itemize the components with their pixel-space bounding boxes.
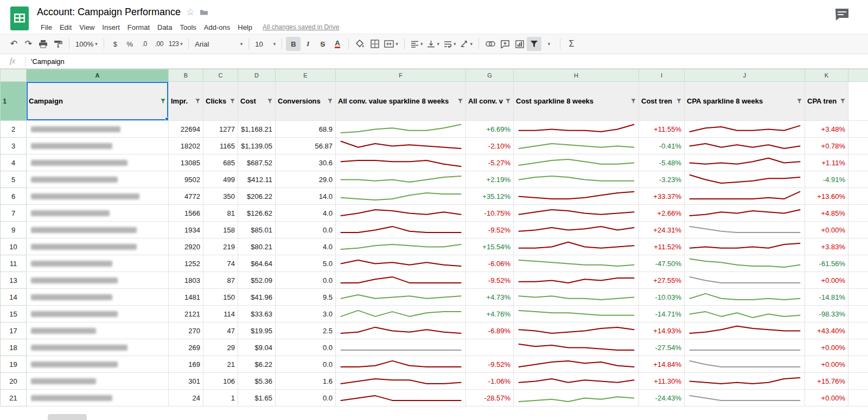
cell-empty[interactable] [848, 339, 868, 356]
cell-cpa-trend[interactable]: +1.11% [805, 154, 848, 171]
more-formats-button[interactable]: 123 ▾ [167, 37, 185, 51]
cell-campaign[interactable] [27, 322, 169, 339]
horizontal-align-button[interactable]: ▾ [409, 37, 425, 51]
cell-conv-value-trend[interactable]: +4.76% [466, 306, 514, 322]
cell-cost[interactable]: $64.64 [238, 255, 276, 272]
row-header-4[interactable]: 4 [1, 154, 27, 171]
cell-cpa-sparkline[interactable] [685, 205, 805, 222]
insert-link-button[interactable] [483, 37, 497, 51]
cell-impressions[interactable]: 270 [169, 322, 203, 339]
cell-campaign[interactable] [27, 138, 169, 154]
cell-clicks[interactable]: 106 [203, 373, 238, 390]
row-header-19[interactable]: 19 [1, 356, 27, 373]
font-family-select[interactable]: Arial ▾ [193, 37, 245, 51]
cell-clicks[interactable]: 158 [203, 222, 238, 238]
cell-cpa-trend[interactable]: +3.48% [805, 121, 848, 138]
cell-cpa-trend[interactable]: +0.00% [805, 222, 848, 238]
column-header-E[interactable]: E [276, 69, 336, 82]
cell-conv-value-sparkline[interactable] [336, 188, 466, 205]
cell-impressions[interactable]: 1566 [169, 205, 203, 222]
cell-conversions[interactable]: 0.0 [276, 339, 336, 356]
menu-tools[interactable]: Tools [176, 22, 200, 33]
header-cell[interactable]: Conversions [276, 82, 336, 121]
cell-campaign[interactable] [27, 373, 169, 390]
cell-clicks[interactable]: 1165 [203, 138, 238, 154]
cell-conversions[interactable]: 0.0 [276, 356, 336, 373]
cell-impressions[interactable]: 22694 [169, 121, 203, 138]
cell-conv-value-sparkline[interactable] [336, 154, 466, 171]
cell-cost[interactable]: $126.62 [238, 205, 276, 222]
cell-campaign[interactable] [27, 154, 169, 171]
cell-impressions[interactable]: 1252 [169, 255, 203, 272]
cell-cost-trend[interactable]: +11.30% [639, 373, 685, 390]
header-cell[interactable]: All conv. value sparkline 8 weeks [336, 82, 466, 121]
row-header-13[interactable]: 13 [1, 272, 27, 289]
undo-button[interactable]: ↶ [7, 37, 21, 51]
cell-conv-value-trend[interactable]: +2.19% [466, 171, 514, 188]
cell-campaign[interactable] [27, 205, 169, 222]
menu-addons[interactable]: Add-ons [200, 22, 234, 33]
column-filter-icon[interactable] [229, 98, 235, 104]
cell-cpa-trend[interactable]: +13.60% [805, 188, 848, 205]
cell-clicks[interactable]: 499 [203, 171, 238, 188]
cell-conversions[interactable]: 0.0 [276, 222, 336, 238]
cell-cost[interactable]: $1,168.21 [238, 121, 276, 138]
cell-empty[interactable] [848, 121, 868, 138]
cell-impressions[interactable]: 1934 [169, 222, 203, 238]
cell-conversions[interactable]: 68.9 [276, 121, 336, 138]
cell-campaign[interactable] [27, 306, 169, 322]
star-icon[interactable]: ☆ [186, 8, 194, 17]
cell-cpa-sparkline[interactable] [685, 121, 805, 138]
cell-conversions[interactable]: 5.0 [276, 255, 336, 272]
cell-cpa-trend[interactable]: +0.78% [805, 138, 848, 154]
cell-clicks[interactable]: 74 [203, 255, 238, 272]
cell-conv-value-sparkline[interactable] [336, 121, 466, 138]
fill-handle[interactable] [165, 117, 169, 121]
row-header-1[interactable]: 1 [1, 82, 27, 121]
cell-conv-value-sparkline[interactable] [336, 322, 466, 339]
cell-cpa-sparkline[interactable] [685, 356, 805, 373]
cell-conversions[interactable]: 2.5 [276, 322, 336, 339]
sheets-logo-icon[interactable] [10, 6, 29, 31]
cell-conversions[interactable]: 30.6 [276, 154, 336, 171]
header-cell[interactable]: Cost tren [639, 82, 685, 121]
cell-impressions[interactable]: 13085 [169, 154, 203, 171]
row-header-14[interactable]: 14 [1, 289, 27, 306]
header-cell[interactable]: All conv. v [466, 82, 514, 121]
cell-cpa-trend[interactable]: +15.76% [805, 373, 848, 390]
insert-comment-button[interactable] [497, 37, 512, 51]
cell-campaign[interactable] [27, 222, 169, 238]
cell-cpa-sparkline[interactable] [685, 255, 805, 272]
column-header-D[interactable]: D [238, 69, 276, 82]
header-cell[interactable]: Cost sparkline 8 weeks [514, 82, 639, 121]
row-header-9[interactable]: 9 [1, 222, 27, 238]
print-button[interactable] [36, 37, 50, 51]
cell-empty[interactable] [848, 356, 868, 373]
cell-cost-sparkline[interactable] [514, 238, 639, 255]
cell-cost[interactable]: $687.52 [238, 154, 276, 171]
cell-cost[interactable]: $41.96 [238, 289, 276, 306]
cell-clicks[interactable]: 21 [203, 356, 238, 373]
cell-conv-value-trend[interactable]: -5.27% [466, 154, 514, 171]
fill-color-button[interactable] [353, 37, 367, 51]
header-cell[interactable]: Campaign [27, 82, 169, 121]
select-all-corner[interactable] [1, 69, 27, 82]
cell-cost[interactable]: $1.65 [238, 390, 276, 406]
cell-cpa-sparkline[interactable] [685, 339, 805, 356]
save-status[interactable]: All changes saved in Drive [263, 23, 339, 31]
cell-clicks[interactable]: 47 [203, 322, 238, 339]
cell-conv-value-sparkline[interactable] [336, 222, 466, 238]
cell-cpa-trend[interactable]: -14.81% [805, 289, 848, 306]
row-header-10[interactable]: 10 [1, 238, 27, 255]
cell-cost[interactable]: $5.36 [238, 373, 276, 390]
cell-conv-value-trend[interactable]: -28.57% [466, 390, 514, 406]
cell-cpa-sparkline[interactable] [685, 171, 805, 188]
cell-cpa-trend[interactable]: +0.00% [805, 339, 848, 356]
column-header-H[interactable]: H [514, 69, 639, 82]
cell-clicks[interactable]: 350 [203, 188, 238, 205]
header-cell[interactable]: Cost [238, 82, 276, 121]
cell-empty[interactable] [848, 306, 868, 322]
cell-cpa-sparkline[interactable] [685, 373, 805, 390]
row-header-18[interactable]: 18 [1, 339, 27, 356]
row-header-15[interactable]: 15 [1, 306, 27, 322]
